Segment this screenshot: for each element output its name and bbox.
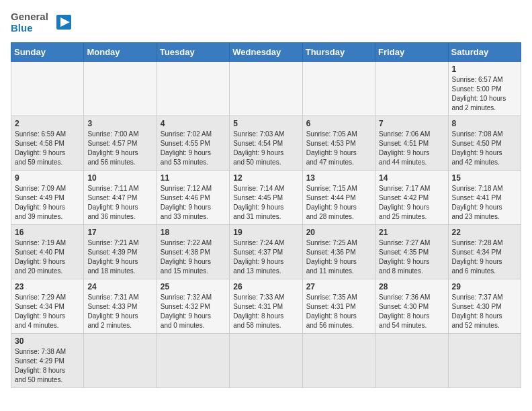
calendar-cell (302, 333, 375, 387)
day-info: Sunrise: 7:28 AM Sunset: 4:34 PM Dayligh… (452, 238, 517, 276)
calendar-cell (448, 333, 521, 387)
weekday-header: Friday (375, 42, 448, 61)
weekday-header: Sunday (11, 42, 84, 61)
day-number: 23 (15, 282, 80, 291)
day-number: 18 (161, 228, 226, 237)
calendar-cell: 3Sunrise: 7:00 AM Sunset: 4:57 PM Daylig… (84, 116, 157, 170)
calendar-cell: 12Sunrise: 7:14 AM Sunset: 4:45 PM Dayli… (230, 170, 302, 224)
day-info: Sunrise: 7:31 AM Sunset: 4:33 PM Dayligh… (87, 293, 152, 330)
day-info: Sunrise: 7:09 AM Sunset: 4:49 PM Dayligh… (15, 184, 80, 222)
calendar-cell (230, 61, 302, 116)
day-info: Sunrise: 7:35 AM Sunset: 4:31 PM Dayligh… (306, 293, 371, 330)
calendar-cell: 23Sunrise: 7:29 AM Sunset: 4:34 PM Dayli… (11, 279, 84, 333)
calendar-cell: 22Sunrise: 7:28 AM Sunset: 4:34 PM Dayli… (448, 224, 521, 279)
day-number: 25 (161, 282, 226, 291)
day-number: 12 (233, 173, 298, 183)
calendar-cell: 2Sunrise: 6:59 AM Sunset: 4:58 PM Daylig… (11, 116, 84, 170)
day-number: 17 (87, 228, 152, 237)
calendar-header: SundayMondayTuesdayWednesdayThursdayFrid… (11, 42, 521, 61)
day-number: 3 (87, 119, 152, 128)
day-number: 21 (379, 228, 444, 237)
calendar-cell: 1Sunrise: 6:57 AM Sunset: 5:00 PM Daylig… (448, 61, 521, 116)
logo-general-text: General (11, 11, 48, 22)
calendar-cell: 10Sunrise: 7:11 AM Sunset: 4:47 PM Dayli… (84, 170, 157, 224)
calendar-cell: 7Sunrise: 7:06 AM Sunset: 4:51 PM Daylig… (375, 116, 448, 170)
day-number: 7 (379, 119, 444, 128)
weekday-header: Thursday (302, 42, 375, 61)
day-number: 8 (452, 119, 517, 128)
day-number: 6 (306, 119, 371, 128)
day-info: Sunrise: 7:15 AM Sunset: 4:44 PM Dayligh… (306, 184, 371, 222)
calendar-cell: 25Sunrise: 7:32 AM Sunset: 4:32 PM Dayli… (157, 279, 229, 333)
calendar-cell: 4Sunrise: 7:02 AM Sunset: 4:55 PM Daylig… (157, 116, 229, 170)
day-number: 5 (233, 119, 298, 128)
calendar-cell (157, 333, 229, 387)
day-number: 16 (15, 228, 80, 237)
day-number: 22 (452, 228, 517, 237)
calendar-cell: 16Sunrise: 7:19 AM Sunset: 4:40 PM Dayli… (11, 224, 84, 279)
day-info: Sunrise: 7:19 AM Sunset: 4:40 PM Dayligh… (15, 238, 80, 276)
weekday-header: Wednesday (230, 42, 302, 61)
day-number: 27 (306, 282, 371, 291)
calendar-cell: 28Sunrise: 7:36 AM Sunset: 4:30 PM Dayli… (375, 279, 448, 333)
calendar-cell: 11Sunrise: 7:12 AM Sunset: 4:46 PM Dayli… (157, 170, 229, 224)
day-info: Sunrise: 7:06 AM Sunset: 4:51 PM Dayligh… (379, 130, 444, 167)
logo: General Blue (11, 11, 74, 34)
calendar-cell (375, 61, 448, 116)
weekday-header: Monday (84, 42, 157, 61)
day-info: Sunrise: 7:14 AM Sunset: 4:45 PM Dayligh… (233, 184, 298, 222)
calendar-cell: 24Sunrise: 7:31 AM Sunset: 4:33 PM Dayli… (84, 279, 157, 333)
calendar-cell (230, 333, 302, 387)
day-number: 9 (15, 173, 80, 183)
day-number: 4 (161, 119, 226, 128)
page-header: General Blue (11, 11, 521, 34)
calendar-cell: 13Sunrise: 7:15 AM Sunset: 4:44 PM Dayli… (302, 170, 375, 224)
weekday-header: Saturday (448, 42, 521, 61)
day-number: 15 (452, 173, 517, 183)
day-number: 13 (306, 173, 371, 183)
day-number: 1 (452, 64, 517, 74)
day-info: Sunrise: 7:24 AM Sunset: 4:37 PM Dayligh… (233, 238, 298, 276)
weekday-header: Tuesday (157, 42, 229, 61)
calendar-cell: 17Sunrise: 7:21 AM Sunset: 4:39 PM Dayli… (84, 224, 157, 279)
day-number: 29 (452, 282, 517, 291)
day-info: Sunrise: 7:02 AM Sunset: 4:55 PM Dayligh… (161, 130, 226, 167)
calendar-cell: 20Sunrise: 7:25 AM Sunset: 4:36 PM Dayli… (302, 224, 375, 279)
day-number: 30 (15, 336, 80, 346)
calendar-cell: 6Sunrise: 7:05 AM Sunset: 4:53 PM Daylig… (302, 116, 375, 170)
calendar-cell: 27Sunrise: 7:35 AM Sunset: 4:31 PM Dayli… (302, 279, 375, 333)
day-info: Sunrise: 7:17 AM Sunset: 4:42 PM Dayligh… (379, 184, 444, 222)
day-info: Sunrise: 7:05 AM Sunset: 4:53 PM Dayligh… (306, 130, 371, 167)
day-number: 19 (233, 228, 298, 237)
calendar-cell (84, 333, 157, 387)
calendar-cell (11, 61, 84, 116)
day-info: Sunrise: 7:22 AM Sunset: 4:38 PM Dayligh… (161, 238, 226, 276)
day-info: Sunrise: 7:18 AM Sunset: 4:41 PM Dayligh… (452, 184, 517, 222)
calendar-cell: 18Sunrise: 7:22 AM Sunset: 4:38 PM Dayli… (157, 224, 229, 279)
calendar-cell: 9Sunrise: 7:09 AM Sunset: 4:49 PM Daylig… (11, 170, 84, 224)
day-number: 20 (306, 228, 371, 237)
day-info: Sunrise: 7:36 AM Sunset: 4:30 PM Dayligh… (379, 293, 444, 330)
day-info: Sunrise: 7:32 AM Sunset: 4:32 PM Dayligh… (161, 293, 226, 330)
day-info: Sunrise: 7:25 AM Sunset: 4:36 PM Dayligh… (306, 238, 371, 276)
calendar-table: SundayMondayTuesdayWednesdayThursdayFrid… (11, 42, 521, 388)
calendar-cell: 26Sunrise: 7:33 AM Sunset: 4:31 PM Dayli… (230, 279, 302, 333)
calendar-cell (84, 61, 157, 116)
day-number: 10 (87, 173, 152, 183)
calendar-cell (375, 333, 448, 387)
day-info: Sunrise: 7:08 AM Sunset: 4:50 PM Dayligh… (452, 130, 517, 167)
day-info: Sunrise: 7:33 AM Sunset: 4:31 PM Dayligh… (233, 293, 298, 330)
day-info: Sunrise: 7:12 AM Sunset: 4:46 PM Dayligh… (161, 184, 226, 222)
day-number: 26 (233, 282, 298, 291)
day-number: 24 (87, 282, 152, 291)
day-info: Sunrise: 7:03 AM Sunset: 4:54 PM Dayligh… (233, 130, 298, 167)
day-number: 28 (379, 282, 444, 291)
day-info: Sunrise: 6:57 AM Sunset: 5:00 PM Dayligh… (452, 75, 517, 113)
day-number: 2 (15, 119, 80, 128)
blue-flag-icon (54, 12, 74, 32)
day-number: 11 (161, 173, 226, 183)
day-info: Sunrise: 7:00 AM Sunset: 4:57 PM Dayligh… (87, 130, 152, 167)
day-info: Sunrise: 7:29 AM Sunset: 4:34 PM Dayligh… (15, 293, 80, 330)
day-info: Sunrise: 7:21 AM Sunset: 4:39 PM Dayligh… (87, 238, 152, 276)
calendar-cell: 30Sunrise: 7:38 AM Sunset: 4:29 PM Dayli… (11, 333, 84, 387)
